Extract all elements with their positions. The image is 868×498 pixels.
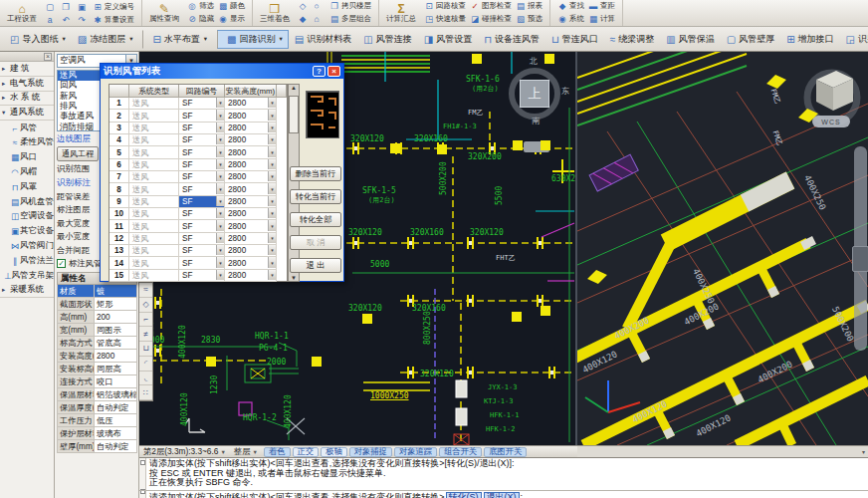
property-value[interactable]: 玻璃布 — [95, 427, 136, 439]
circuit-code-cell[interactable]: SF▾ — [179, 183, 225, 195]
duct-table-row[interactable]: 14 送风 SF▾ 2800▾ — [109, 257, 287, 269]
ribbon-button[interactable]: ✓图形检查 — [468, 0, 514, 12]
property-row[interactable]: 材质 镀 — [57, 285, 137, 298]
combo-arrow-icon[interactable]: ▾ — [268, 110, 276, 120]
ribbon-button[interactable]: ▦计算 — [586, 13, 617, 25]
combo-arrow-icon[interactable]: ▾ — [216, 110, 224, 120]
property-row[interactable]: 保护层材料 玻璃布 — [57, 427, 137, 440]
property-row[interactable]: 安装高度(m 2800 — [57, 350, 137, 363]
ribbon-button[interactable]: ▤报表 — [514, 0, 544, 12]
system-type-cell[interactable]: 送风 — [129, 220, 179, 232]
toolbar-button[interactable]: ◨ 风管设置 ▾ — [418, 30, 478, 49]
draw-tool-icon[interactable]: ∷ — [139, 385, 152, 400]
combo-arrow-icon[interactable]: ▾ — [268, 159, 276, 169]
sidebar-tree-item[interactable]: ▸ 建 筑 — [0, 62, 54, 77]
circuit-code-cell[interactable]: SF▾ — [179, 134, 225, 146]
draw-tool-icon[interactable]: ◟ — [139, 372, 152, 386]
combo-arrow-icon[interactable]: ▾ — [268, 270, 276, 280]
circuit-code-cell[interactable]: SF▾ — [179, 245, 225, 257]
sidebar-tree-item[interactable]: ▦ 风口 — [0, 150, 54, 165]
ribbon-button[interactable]: ⊡回路核查 — [422, 0, 468, 12]
property-row[interactable]: 壁厚(mm) 自动判定 — [57, 440, 137, 453]
expand-icon[interactable]: ▸ — [2, 80, 10, 88]
combo-arrow-icon[interactable]: ▾ — [268, 134, 276, 144]
ribbon-button[interactable]: ✱算量设置 — [91, 14, 136, 26]
command-line-panel[interactable]: 请添加实体(按下shift移出实体)<回车退出查看,选择集没有变化则直接转换>[… — [139, 457, 868, 498]
combo-arrow-icon[interactable]: ▾ — [216, 196, 224, 206]
circuit-code-cell[interactable]: SF▾ — [179, 270, 225, 282]
duct-table-row[interactable]: 12 送风 SF▾ 2800▾ — [109, 233, 287, 245]
ribbon-button[interactable]: ◉显示 — [216, 13, 247, 25]
property-value[interactable]: 低压 — [95, 414, 136, 426]
expand-icon[interactable]: ▾ — [2, 109, 10, 117]
property-row[interactable]: 安装标高(m 同层高 — [57, 363, 137, 375]
property-query-button[interactable]: ✎ 属性查询 — [147, 3, 181, 23]
system-type-cell[interactable]: 送风 — [129, 257, 179, 269]
scroll-arrow-icon[interactable]: ▾ — [862, 448, 865, 455]
ribbon-button[interactable]: ⊘隐藏 — [185, 13, 216, 25]
calc-summary-button[interactable]: Σ 计算汇总 — [384, 3, 418, 23]
property-row[interactable]: 宽(mm) 同图示 — [57, 324, 137, 337]
duct-table-row[interactable]: 13 送风 SF▾ 2800▾ — [109, 245, 287, 257]
install-height-cell[interactable]: 2800▾ — [225, 257, 277, 269]
sidebar-tree-item[interactable]: ⋈ 风管阀门 — [0, 239, 54, 254]
system-type-cell[interactable]: 送风 — [129, 98, 179, 110]
scrollbar-thumb[interactable] — [289, 96, 299, 133]
ribbon-button[interactable]: ❐拷贝楼层 — [327, 0, 373, 12]
status-toggle-button[interactable]: 着色 — [264, 447, 291, 457]
ribbon-button[interactable]: ▤多层组合 — [327, 13, 373, 25]
wcs-badge[interactable]: WCS — [812, 116, 850, 127]
combo-arrow-icon[interactable]: ▾ — [216, 270, 224, 280]
ribbon-button[interactable]: ❐ — [59, 1, 75, 13]
expand-icon[interactable]: ▸ — [2, 286, 10, 294]
circuit-code-cell[interactable]: SF▾ — [179, 159, 225, 171]
draw-tool-icon[interactable]: ≠ — [139, 327, 152, 342]
toolbar-button[interactable]: ▩ 回路识别 ▾ — [217, 30, 289, 49]
property-value[interactable]: 矩形 — [95, 298, 136, 310]
dialog-button[interactable]: 退 出 — [290, 258, 341, 273]
sidebar-tree-item[interactable]: ▾ 通风系统 — [0, 106, 54, 121]
system-type-cell[interactable]: 送风 — [129, 159, 179, 171]
viewport-bottom-scrollbar[interactable]: ▾ — [577, 445, 868, 457]
ribbon-button[interactable]: ↷ — [75, 14, 91, 26]
shade-3d-button[interactable]: ❒ 三维着色 — [258, 3, 292, 23]
combo-arrow-icon[interactable]: ▾ — [216, 233, 224, 243]
range-selector[interactable]: 整层▼ — [230, 446, 262, 457]
ribbon-button[interactable]: ◳快速核量 — [422, 13, 468, 25]
circuit-code-cell[interactable]: SF▾ — [179, 146, 225, 158]
close-icon[interactable]: × — [327, 66, 340, 77]
ribbon-button[interactable]: ◉系统 — [555, 13, 586, 25]
status-toggle-button[interactable]: 对象追踪 — [394, 447, 437, 457]
sidebar-tree-item[interactable]: ⊥ 风管支吊架 — [0, 268, 54, 283]
property-row[interactable]: 标高方式 管底高 — [57, 337, 137, 350]
property-row[interactable]: 保温厚度(m 自动判定 — [57, 401, 137, 414]
expand-icon[interactable]: ▸ — [2, 94, 10, 102]
install-height-cell[interactable]: 2800▾ — [225, 220, 277, 232]
dialog-titlebar[interactable]: 识别风管列表 ? × — [101, 64, 343, 79]
install-height-cell[interactable]: 2800▾ — [225, 183, 277, 195]
property-row[interactable]: 连接方式 咬口 — [57, 375, 137, 388]
combo-arrow-icon[interactable]: ▾ — [216, 146, 224, 156]
install-height-cell[interactable]: 2800▾ — [225, 123, 277, 134]
toolbar-button[interactable]: ◰ 导入图纸 ▾ — [4, 30, 72, 49]
floor-selector[interactable]: 第2层(3.3m):3.3~6.6▼ — [139, 446, 230, 457]
dropdown-arrow-icon[interactable]: ▾ — [129, 35, 132, 43]
system-type-cell[interactable]: 送风 — [129, 245, 179, 257]
ribbon-button[interactable]: ▩颜色 — [216, 0, 247, 12]
ribbon-icon-button[interactable]: ○ — [310, 0, 324, 12]
duct-table-row[interactable]: 5 送风 SF▾ 2800▾ — [109, 146, 287, 158]
draw-tool-icon[interactable]: ◇ — [139, 298, 152, 313]
circuit-code-cell[interactable]: SF▾ — [179, 208, 225, 220]
layer-button[interactable]: 通风工程 — [57, 146, 99, 161]
dropdown-arrow-icon[interactable]: ▾ — [204, 35, 207, 43]
property-value[interactable]: 同层高 — [95, 363, 136, 374]
install-height-cell[interactable]: 2800▾ — [225, 146, 277, 158]
system-type-cell[interactable]: 送风 — [129, 183, 179, 195]
status-toggle-button[interactable]: 组合开关 — [439, 447, 482, 457]
ribbon-button[interactable]: ↶ — [59, 14, 75, 26]
toolbar-button[interactable]: ≈ 绕梁调整 ▾ — [604, 30, 661, 49]
system-type-cell[interactable]: 送风 — [129, 146, 179, 158]
circuit-code-cell[interactable]: SF▾ — [179, 98, 225, 110]
property-value[interactable]: 管底高 — [95, 337, 136, 349]
circuit-code-cell[interactable]: SF▾ — [179, 171, 225, 183]
